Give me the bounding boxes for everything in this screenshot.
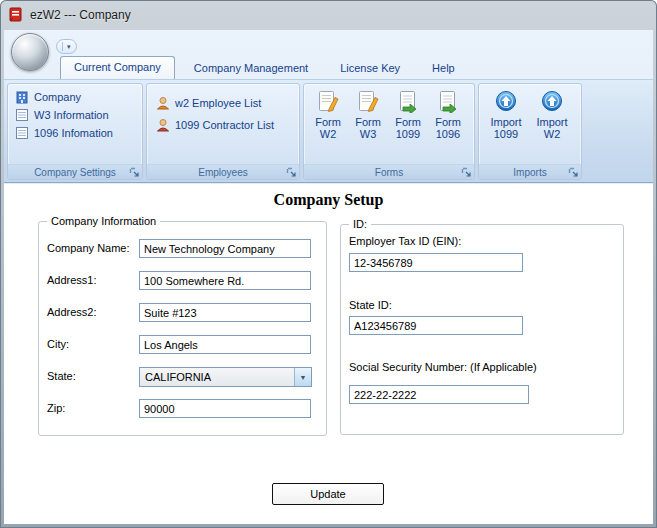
quick-access-toolbar[interactable]: ▾ <box>56 39 77 54</box>
building-icon <box>15 90 29 104</box>
tab-license-key[interactable]: License Key <box>327 58 413 79</box>
paper-green-arrow-icon <box>436 89 460 113</box>
state-label: State: <box>47 370 76 382</box>
id-groupbox: ID: Employer Tax ID (EIN): State ID: Soc… <box>340 224 624 435</box>
ribbon-tab-strip: Current Company Company Management Licen… <box>4 56 653 79</box>
ribbon: Company W3 Information <box>4 79 653 183</box>
company-name-input[interactable] <box>139 239 311 258</box>
paper-pencil-icon <box>356 89 380 113</box>
button-label: 1099 <box>494 128 518 140</box>
city-label: City: <box>47 338 69 350</box>
button-label: Form <box>435 116 461 128</box>
ribbon-button-form-w2[interactable]: Form W2 <box>308 87 348 164</box>
application-menu-button[interactable] <box>11 33 49 71</box>
paper-green-arrow-icon <box>396 89 420 113</box>
ribbon-group-imports: Import 1099 Import W2 <box>478 83 582 180</box>
tab-current-company[interactable]: Current Company <box>60 56 175 79</box>
ribbon-button-import-1099[interactable]: Import 1099 <box>483 87 529 164</box>
paper-pencil-icon <box>316 89 340 113</box>
ribbon-item-w3-information[interactable]: W3 Information <box>12 106 140 124</box>
city-input[interactable] <box>139 335 311 354</box>
state-select-value: CALIFORNIA <box>140 368 294 386</box>
group-label: Forms <box>375 167 403 178</box>
chevron-down-icon: ▾ <box>67 43 71 50</box>
dialog-launcher-icon[interactable] <box>129 167 140 178</box>
ssn-input[interactable] <box>349 385 529 404</box>
window-title: ezW2 --- Company <box>30 8 131 22</box>
button-label: Import <box>536 116 567 128</box>
group-footer-imports: Imports <box>479 164 581 179</box>
group-label: Imports <box>513 167 546 178</box>
group-footer-employees: Employees <box>147 164 299 179</box>
toolbar-separator <box>62 42 63 51</box>
ribbon-button-form-w3[interactable]: Form W3 <box>348 87 388 164</box>
groupbox-legend: ID: <box>349 218 371 230</box>
combo-dropdown-button[interactable]: ▼ <box>294 368 311 386</box>
group-footer-company-settings: Company Settings <box>8 164 142 179</box>
ribbon-group-company-settings: Company W3 Information <box>7 83 143 180</box>
company-information-groupbox: Company Information Company Name: Addres… <box>38 221 327 436</box>
import-blue-circle-icon <box>494 89 518 113</box>
address2-input[interactable] <box>139 303 311 322</box>
button-label: Import <box>490 116 521 128</box>
ribbon-group-employees: w2 Employee List 1099 Contractor List <box>146 83 300 180</box>
ssn-label: Social Security Number: (If Applicable) <box>349 361 537 373</box>
import-blue-circle-icon <box>540 89 564 113</box>
form-grid-icon <box>15 126 29 140</box>
ribbon-item-1099-contractor-list[interactable]: 1099 Contractor List <box>153 114 297 136</box>
ein-input[interactable] <box>349 253 523 272</box>
state-id-label: State ID: <box>349 299 392 311</box>
button-label: Form <box>355 116 381 128</box>
ribbon-item-1096-information[interactable]: 1096 Infomation <box>12 124 140 142</box>
tab-company-management[interactable]: Company Management <box>181 58 321 79</box>
update-button[interactable]: Update <box>272 483 384 505</box>
contractor-person-icon <box>156 118 170 132</box>
tab-help[interactable]: Help <box>419 58 468 79</box>
ribbon-button-form-1099[interactable]: Form 1099 <box>388 87 428 164</box>
ribbon-group-forms: Form W2 Form W3 <box>303 83 475 180</box>
ribbon-item-company[interactable]: Company <box>12 88 140 106</box>
company-setup-panel: Company Setup Company Information Compan… <box>4 184 653 524</box>
button-label: W3 <box>360 128 377 140</box>
dialog-launcher-icon[interactable] <box>568 167 579 178</box>
button-label: W2 <box>320 128 337 140</box>
employee-person-icon <box>156 96 170 110</box>
state-id-input[interactable] <box>349 316 523 335</box>
address1-input[interactable] <box>139 271 311 290</box>
form-grid-icon <box>15 108 29 122</box>
address2-label: Address2: <box>47 306 97 318</box>
button-label: 1096 <box>436 128 460 140</box>
groupbox-legend: Company Information <box>47 215 160 227</box>
dialog-launcher-icon[interactable] <box>286 167 297 178</box>
dialog-launcher-icon[interactable] <box>461 167 472 178</box>
ribbon-item-w2-employee-list[interactable]: w2 Employee List <box>153 92 297 114</box>
app-window: ezW2 --- Company ▾ Current Company Compa… <box>0 0 657 528</box>
state-select[interactable]: CALIFORNIA ▼ <box>139 367 312 387</box>
address1-label: Address1: <box>47 274 97 286</box>
button-label: Form <box>315 116 341 128</box>
group-footer-forms: Forms <box>304 164 474 179</box>
button-label: 1099 <box>396 128 420 140</box>
ribbon-item-label: W3 Information <box>34 109 109 121</box>
ribbon-item-label: 1099 Contractor List <box>175 119 274 131</box>
button-label: W2 <box>544 128 561 140</box>
page-title: Company Setup <box>4 191 653 209</box>
ribbon-item-label: 1096 Infomation <box>34 127 113 139</box>
ribbon-item-label: Company <box>34 91 81 103</box>
app-body: ▾ Current Company Company Management Lic… <box>4 30 653 524</box>
ein-label: Employer Tax ID (EIN): <box>349 235 461 247</box>
ribbon-button-form-1096[interactable]: Form 1096 <box>428 87 468 164</box>
company-name-label: Company Name: <box>47 242 130 254</box>
group-label: Employees <box>198 167 247 178</box>
ribbon-button-import-w2[interactable]: Import W2 <box>529 87 575 164</box>
app-icon <box>8 7 24 23</box>
ribbon-item-label: w2 Employee List <box>175 97 261 109</box>
button-label: Form <box>395 116 421 128</box>
group-label: Company Settings <box>34 167 116 178</box>
chevron-down-icon: ▼ <box>300 374 307 381</box>
zip-label: Zip: <box>47 402 65 414</box>
title-bar: ezW2 --- Company <box>0 0 657 30</box>
zip-input[interactable] <box>139 399 311 418</box>
